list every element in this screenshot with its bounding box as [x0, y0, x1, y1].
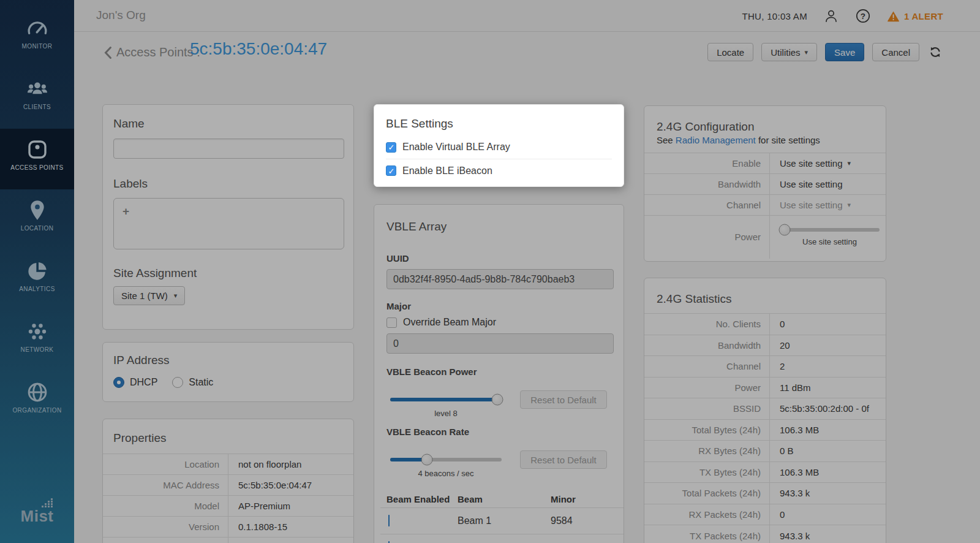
ble-options: Enable Virtual BLE Array Enable BLE iBea…	[386, 135, 612, 182]
enable-ble-ibeacon-checkbox[interactable]	[386, 165, 396, 176]
spotlight-overlay	[0, 0, 980, 543]
enable-ble-ibeacon-option[interactable]: Enable BLE iBeacon	[386, 159, 612, 182]
app-root: MONITOR CLIENTS ACCESS POINTS	[0, 0, 980, 543]
ble-settings-title: BLE Settings	[386, 117, 624, 131]
enable-vble-array-checkbox[interactable]	[386, 142, 396, 153]
enable-vble-array-option[interactable]: Enable Virtual BLE Array	[386, 135, 612, 159]
ble-settings-card: BLE Settings Enable Virtual BLE Array En…	[374, 104, 624, 187]
